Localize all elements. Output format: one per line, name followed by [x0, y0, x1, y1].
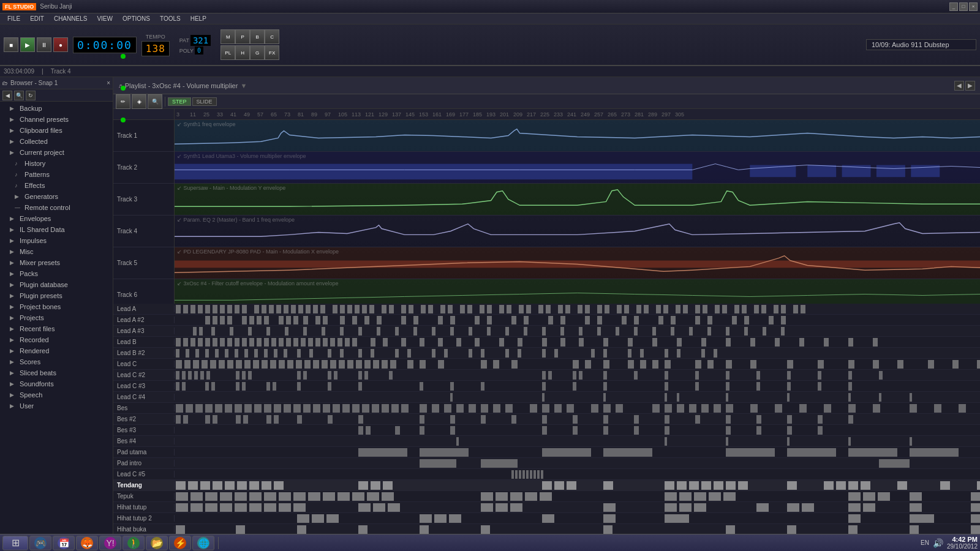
- sidebar-item-user[interactable]: ▶ User: [0, 400, 113, 411]
- history-btn[interactable]: H: [235, 45, 250, 60]
- svg-rect-496: [665, 481, 674, 490]
- dropdown-icon[interactable]: ▼: [240, 82, 247, 89]
- select-tool-btn[interactable]: ◈: [132, 94, 146, 109]
- play-button[interactable]: ▶: [20, 37, 35, 52]
- svg-rect-537: [723, 492, 736, 501]
- sidebar-item-plugin-presets[interactable]: ▶ Plugin presets: [0, 290, 113, 301]
- pattern-label: Pad utama: [113, 449, 175, 455]
- sidebar-item-collected[interactable]: ▶ Collected: [0, 136, 113, 147]
- folder-icon: 📂: [151, 537, 163, 549]
- start-button[interactable]: ⊞: [2, 536, 28, 550]
- sidebar-item-misc[interactable]: ▶ Misc: [0, 246, 113, 257]
- sidebar-item-soundfonts[interactable]: ▶ Soundfonts: [0, 378, 113, 389]
- sidebar-item-remote-control[interactable]: — Remote control: [0, 202, 113, 213]
- sidebar-item-backup[interactable]: ▶ Backup: [0, 103, 113, 114]
- sidebar-label: Envelopes: [20, 215, 51, 222]
- bpm-display[interactable]: 138: [141, 41, 170, 56]
- channel-btn[interactable]: C: [265, 29, 279, 44]
- menu-view[interactable]: VIEW: [92, 13, 118, 24]
- taskbar-files-btn[interactable]: 📂: [146, 536, 168, 550]
- sidebar-item-shared-data[interactable]: ▶ IL Shared Data: [0, 224, 113, 235]
- sidebar-item-rendered[interactable]: ▶ Rendered: [0, 345, 113, 356]
- menu-help[interactable]: HELP: [186, 13, 211, 24]
- svg-rect-95: [315, 316, 320, 324]
- sidebar-item-recorded[interactable]: ▶ Recorded: [0, 334, 113, 345]
- sidebar-item-impulses[interactable]: ▶ Impulses: [0, 235, 113, 246]
- browser-close[interactable]: ×: [107, 80, 110, 86]
- slide-btn[interactable]: SLIDE: [192, 97, 217, 106]
- svg-rect-469: [481, 459, 518, 468]
- taskbar-app-btn[interactable]: 🌐: [192, 536, 214, 550]
- sidebar-item-project-bones[interactable]: ▶ Project bones: [0, 301, 113, 312]
- speaker-icon: 🔊: [933, 538, 943, 548]
- zoom-tool-btn[interactable]: 🔍: [148, 94, 162, 109]
- svg-rect-28: [291, 305, 296, 313]
- svg-rect-212: [235, 349, 238, 358]
- minimize-button[interactable]: _: [949, 2, 958, 11]
- sidebar-item-scores[interactable]: ▶ Scores: [0, 356, 113, 367]
- sidebar-item-plugin-database[interactable]: ▶ Plugin database: [0, 279, 113, 290]
- sidebar-item-history[interactable]: ♪ History: [0, 158, 113, 169]
- sidebar-item-envelopes[interactable]: ▶ Envelopes: [0, 213, 113, 224]
- fx-btn[interactable]: FX: [265, 45, 279, 60]
- sidebar-item-projects[interactable]: ▶ Projects: [0, 312, 113, 323]
- step-btn[interactable]: STEP: [168, 97, 191, 106]
- taskbar-music-btn[interactable]: ⚡: [169, 536, 191, 550]
- svg-rect-388: [505, 404, 513, 413]
- taskbar-yahoo-btn[interactable]: Y!: [99, 536, 121, 550]
- svg-rect-556: [481, 503, 493, 512]
- svg-rect-486: [249, 481, 259, 490]
- sidebar-item-channel-presets[interactable]: ▶ Channel presets: [0, 114, 113, 125]
- menu-tools[interactable]: TOOLS: [155, 13, 186, 24]
- playlist-prev-btn[interactable]: ◀: [954, 81, 964, 91]
- pattern-row-bes3: Bes #3: [113, 425, 980, 436]
- stop-button[interactable]: ■: [4, 37, 18, 52]
- taskbar-firefox-btn[interactable]: 🦊: [76, 536, 98, 550]
- record-button[interactable]: ●: [53, 37, 68, 52]
- sidebar-item-clipboard[interactable]: ▶ Clipboard files: [0, 125, 113, 136]
- sidebar-item-speech[interactable]: ▶ Speech: [0, 389, 113, 400]
- browser-btn[interactable]: B: [250, 29, 265, 44]
- menu-options[interactable]: OPTIONS: [118, 13, 155, 24]
- close-button[interactable]: ×: [969, 2, 978, 11]
- maximize-button[interactable]: □: [959, 2, 968, 11]
- svg-rect-428: [511, 415, 516, 424]
- svg-rect-402: [726, 404, 733, 413]
- sidebar-item-packs[interactable]: ▶ Packs: [0, 268, 113, 279]
- sidebar-item-patterns[interactable]: ♪ Patterns: [0, 169, 113, 180]
- taskbar-person-btn[interactable]: 🚶: [123, 536, 145, 550]
- svg-rect-524: [337, 492, 350, 501]
- taskbar-calendar-btn[interactable]: 📅: [53, 536, 75, 550]
- sidebar-item-sliced-beats[interactable]: ▶ Sliced beats: [0, 367, 113, 378]
- browser-refresh-btn[interactable]: ↻: [26, 91, 36, 100]
- playlist-btn[interactable]: PL: [221, 45, 235, 60]
- sidebar-label: Packs: [20, 270, 38, 277]
- folder-icon: ▶: [10, 293, 17, 299]
- mixer-btn[interactable]: M: [221, 29, 235, 44]
- menu-edit[interactable]: EDIT: [25, 13, 49, 24]
- menu-file[interactable]: FILE: [2, 13, 25, 24]
- svg-rect-354: [848, 393, 851, 402]
- piano-btn[interactable]: P: [235, 29, 250, 44]
- svg-rect-382: [432, 404, 439, 413]
- svg-rect-411: [959, 404, 966, 413]
- playlist-next-btn[interactable]: ▶: [965, 81, 975, 91]
- sidebar-item-recent-files[interactable]: ▶ Recent files: [0, 323, 113, 334]
- browser-search-btn[interactable]: 🔍: [14, 91, 24, 100]
- draw-tool-btn[interactable]: ✏: [116, 94, 130, 109]
- menu-channels[interactable]: CHANNELS: [49, 13, 92, 24]
- browser-back-btn[interactable]: ◀: [2, 91, 12, 100]
- svg-rect-472: [515, 470, 518, 479]
- sidebar-item-current-project[interactable]: ▶ Current project: [0, 147, 113, 158]
- sidebar-item-effects[interactable]: ♪ Effects: [0, 180, 113, 191]
- pause-button[interactable]: ⏸: [37, 37, 51, 52]
- gen-btn[interactable]: G: [250, 45, 265, 60]
- taskbar-steam-btn[interactable]: 🎮: [29, 536, 51, 550]
- svg-rect-51: [499, 305, 504, 313]
- sidebar-item-generators[interactable]: ▶ Generators: [0, 191, 113, 202]
- svg-rect-447: [603, 426, 608, 435]
- sidebar-item-mixer-presets[interactable]: ▶ Mixer presets: [0, 257, 113, 268]
- svg-rect-488: [274, 481, 284, 490]
- svg-rect-405: [799, 404, 807, 413]
- svg-rect-346: [848, 382, 852, 391]
